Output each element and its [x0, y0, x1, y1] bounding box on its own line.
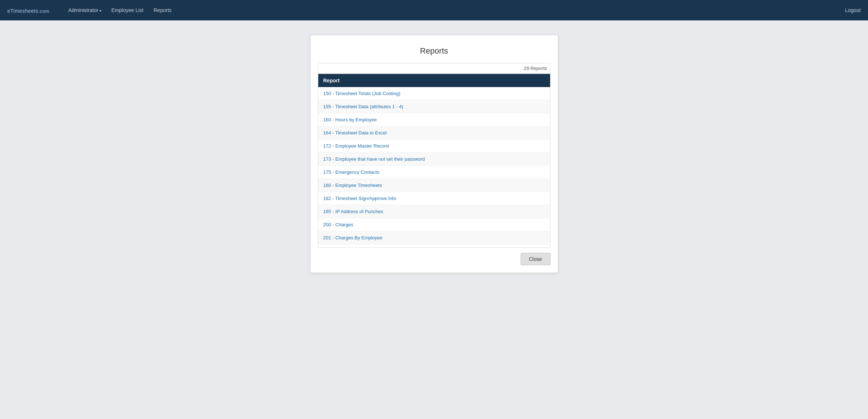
- nav-administrator[interactable]: Administrator: [63, 4, 106, 16]
- brand-name: eTimesheets: [7, 8, 38, 14]
- page-content: Reports 29 Reports Report 150 - Timeshee…: [0, 20, 868, 287]
- table-row[interactable]: 164 - Timesheet Data to Excel: [318, 126, 550, 140]
- brand-domain: .com: [38, 8, 49, 14]
- table-row[interactable]: 175 - Emergency Contacts: [318, 166, 550, 179]
- navbar: eTimesheets.com Administrator Employee L…: [0, 0, 868, 20]
- table-row[interactable]: 185 - IP Address of Punches: [318, 205, 550, 218]
- table-row[interactable]: 182 - Timesheet Sign/Approve Info: [318, 192, 550, 205]
- table-body[interactable]: 150 - Timesheet Totals (Job Costing)155 …: [318, 87, 550, 247]
- modal-footer: Close: [318, 253, 550, 265]
- reports-table: Report 150 - Timesheet Totals (Job Costi…: [318, 74, 550, 248]
- reports-title: Reports: [318, 46, 550, 56]
- nav-logout[interactable]: Logout: [845, 7, 861, 13]
- table-row[interactable]: 155 - Timesheet Data (attributes 1 - 4): [318, 100, 550, 113]
- table-row[interactable]: 150 - Timesheet Totals (Job Costing): [318, 87, 550, 100]
- navbar-left: eTimesheets.com Administrator Employee L…: [7, 4, 177, 16]
- table-row[interactable]: 200 - Charges: [318, 218, 550, 231]
- brand-logo: eTimesheets.com: [7, 6, 49, 15]
- reports-modal: Reports 29 Reports Report 150 - Timeshee…: [310, 35, 558, 273]
- table-row[interactable]: 210 - Administrators: [318, 244, 550, 247]
- table-row[interactable]: 172 - Employee Master Record: [318, 140, 550, 153]
- nav-reports[interactable]: Reports: [149, 4, 177, 16]
- table-row[interactable]: 201 - Charges By Employee: [318, 231, 550, 244]
- nav-employee-list[interactable]: Employee List: [106, 4, 149, 16]
- table-row[interactable]: 180 - Employee Timesheets: [318, 179, 550, 192]
- reports-count: 29 Reports: [318, 63, 550, 74]
- close-button[interactable]: Close: [521, 253, 550, 265]
- main-nav: Administrator Employee List Reports: [63, 4, 176, 16]
- table-row[interactable]: 173 - Employee that have not set their p…: [318, 153, 550, 166]
- table-header: Report: [318, 74, 550, 87]
- table-row[interactable]: 160 - Hours by Employee: [318, 113, 550, 126]
